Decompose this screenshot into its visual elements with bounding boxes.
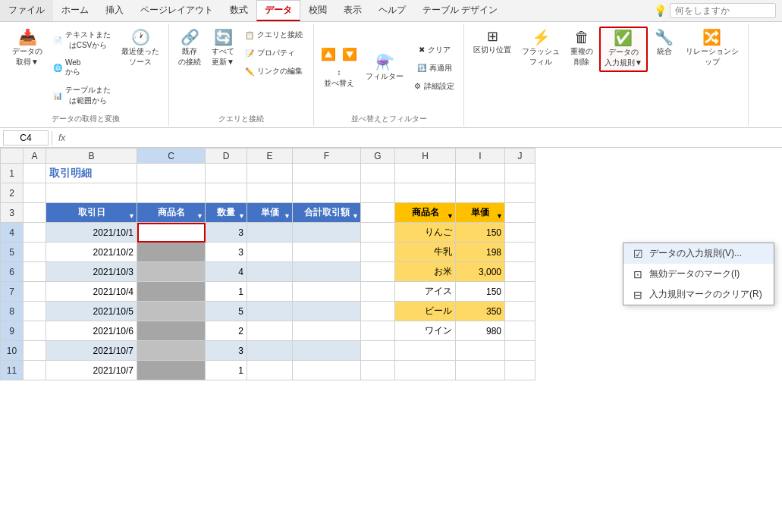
btn-sort[interactable]: ↕ 並べ替え xyxy=(319,65,360,92)
cell-A6[interactable] xyxy=(24,262,46,282)
cell-I3[interactable]: 単価 ▼ xyxy=(456,203,505,223)
cell-C11[interactable] xyxy=(137,361,206,380)
cell-C8[interactable] xyxy=(137,302,206,321)
cell-J2[interactable] xyxy=(505,183,535,203)
cell-F1[interactable] xyxy=(293,164,361,183)
btn-all-refresh[interactable]: 🔄 すべて更新▼ xyxy=(207,27,239,70)
cell-D5[interactable]: 3 xyxy=(206,243,247,262)
cell-B3[interactable]: 取引日 ▼ xyxy=(46,203,137,223)
cell-D1[interactable] xyxy=(206,164,247,183)
btn-text-to-col[interactable]: ⊞ 区切り位置 xyxy=(469,27,516,58)
tab-help[interactable]: ヘルプ xyxy=(370,0,414,21)
cell-C4[interactable] xyxy=(137,223,206,243)
cell-G6[interactable] xyxy=(361,262,395,282)
cell-F8[interactable] xyxy=(293,302,361,321)
btn-properties[interactable]: 📝 プロパティ xyxy=(240,45,309,61)
cell-F2[interactable] xyxy=(293,183,361,203)
filter-arrow-H3[interactable]: ▼ xyxy=(447,212,454,220)
cell-D9[interactable]: 2 xyxy=(206,321,247,341)
cell-I4[interactable]: 150 xyxy=(456,223,505,243)
cell-I6[interactable]: 3,000 xyxy=(456,262,505,282)
btn-queries-conn[interactable]: 📋 クエリと接続 xyxy=(240,27,309,43)
cell-B10[interactable]: 2021/10/7 xyxy=(46,341,137,361)
col-header-F[interactable]: F xyxy=(293,149,361,164)
row-header-10[interactable]: 10 xyxy=(1,341,24,361)
cell-G2[interactable] xyxy=(361,183,395,203)
col-header-E[interactable]: E xyxy=(247,149,293,164)
cell-H7[interactable]: アイス xyxy=(395,282,456,302)
cell-D8[interactable]: 5 xyxy=(206,302,247,321)
help-search-input[interactable] xyxy=(670,3,776,18)
cell-I7[interactable]: 150 xyxy=(456,282,505,302)
cell-D10[interactable]: 3 xyxy=(206,341,247,361)
cell-I8[interactable]: 350 xyxy=(456,302,505,321)
cell-A9[interactable] xyxy=(24,321,46,341)
cell-C5[interactable] xyxy=(137,243,206,262)
cell-A4[interactable] xyxy=(24,223,46,243)
row-header-3[interactable]: 3 xyxy=(1,203,24,223)
cell-J1[interactable] xyxy=(505,164,535,183)
cell-G11[interactable] xyxy=(361,361,395,380)
cell-I1[interactable] xyxy=(456,164,505,183)
tab-page-layout[interactable]: ページレイアウト xyxy=(132,0,221,21)
cell-F9[interactable] xyxy=(293,321,361,341)
cell-G3[interactable] xyxy=(361,203,395,223)
tab-table-design[interactable]: テーブル デザイン xyxy=(414,0,506,21)
cell-E7[interactable] xyxy=(247,282,293,302)
btn-existing-conn[interactable]: 🔗 既存の接続 xyxy=(174,27,206,70)
cell-I11[interactable] xyxy=(456,361,505,380)
tab-insert[interactable]: 挿入 xyxy=(97,0,132,21)
cell-E2[interactable] xyxy=(247,183,293,203)
btn-sort-za[interactable]: 🔽 xyxy=(340,45,360,64)
row-header-8[interactable]: 8 xyxy=(1,302,24,321)
cell-H8[interactable]: ビール xyxy=(395,302,456,321)
cell-F10[interactable] xyxy=(293,341,361,361)
cell-A2[interactable] xyxy=(24,183,46,203)
dropdown-item-validation-rule[interactable]: ☑ データの入力規則(V)... xyxy=(623,243,774,264)
cell-B7[interactable]: 2021/10/4 xyxy=(46,282,137,302)
cell-I5[interactable]: 198 xyxy=(456,243,505,262)
btn-edit-links[interactable]: ✏️ リンクの編集 xyxy=(240,63,309,80)
cell-C3[interactable]: 商品名 ▼ xyxy=(137,203,206,223)
cell-B2[interactable] xyxy=(46,183,137,203)
col-header-C[interactable]: C xyxy=(137,149,206,164)
btn-text-csv[interactable]: 📄 テキストまたはCSVから xyxy=(49,27,115,54)
dropdown-item-invalid-mark[interactable]: ⊡ 無効データのマーク(I) xyxy=(623,264,774,284)
tab-file[interactable]: ファイル xyxy=(0,0,53,21)
cell-C7[interactable] xyxy=(137,282,206,302)
cell-D3[interactable]: 数量 ▼ xyxy=(206,203,247,223)
cell-I9[interactable]: 980 xyxy=(456,321,505,341)
cell-F3[interactable]: 合計取引額 ▼ xyxy=(293,203,361,223)
tab-view[interactable]: 表示 xyxy=(335,0,370,21)
cell-G5[interactable] xyxy=(361,243,395,262)
row-header-7[interactable]: 7 xyxy=(1,282,24,302)
cell-E9[interactable] xyxy=(247,321,293,341)
filter-arrow-B3[interactable]: ▼ xyxy=(128,212,135,220)
btn-table-range[interactable]: 📊 テーブルまたは範囲から xyxy=(49,82,115,109)
cell-J7[interactable] xyxy=(505,282,535,302)
row-header-2[interactable]: 2 xyxy=(1,183,24,203)
cell-H10[interactable] xyxy=(395,341,456,361)
cell-H11[interactable] xyxy=(395,361,456,380)
cell-F6[interactable] xyxy=(293,262,361,282)
cell-E11[interactable] xyxy=(247,361,293,380)
cell-G9[interactable] xyxy=(361,321,395,341)
btn-remove-dup[interactable]: 🗑 重複の削除 xyxy=(566,27,598,70)
col-header-D[interactable]: D xyxy=(206,149,247,164)
cell-B6[interactable]: 2021/10/3 xyxy=(46,262,137,282)
cell-A5[interactable] xyxy=(24,243,46,262)
btn-consolidate[interactable]: 🔧 統合 xyxy=(649,27,680,60)
cell-F5[interactable] xyxy=(293,243,361,262)
cell-C1[interactable] xyxy=(137,164,206,183)
row-header-5[interactable]: 5 xyxy=(1,243,24,262)
btn-recent-sources[interactable]: 🕐 最近使ったソース xyxy=(117,27,164,70)
cell-B9[interactable]: 2021/10/6 xyxy=(46,321,137,341)
cell-E1[interactable] xyxy=(247,164,293,183)
cell-B1[interactable]: 取引明細 xyxy=(46,164,137,183)
cell-H1[interactable] xyxy=(395,164,456,183)
tab-review[interactable]: 校閲 xyxy=(300,0,335,21)
btn-sort-az[interactable]: 🔼 xyxy=(319,45,338,64)
cell-A7[interactable] xyxy=(24,282,46,302)
cell-G8[interactable] xyxy=(361,302,395,321)
cell-E4[interactable] xyxy=(247,223,293,243)
